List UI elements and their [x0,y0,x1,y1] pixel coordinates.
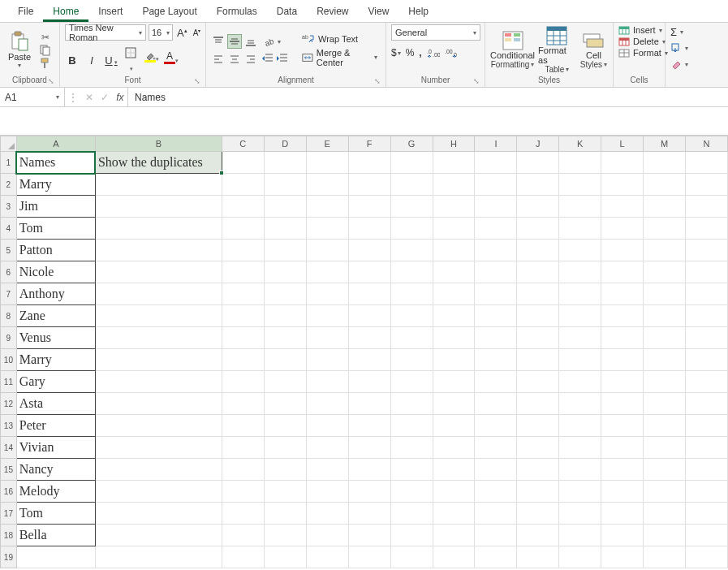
cell-C8[interactable] [222,305,264,327]
cell-A3[interactable]: Jim [16,196,95,218]
cell-N12[interactable] [686,393,728,415]
alignment-dialog-icon[interactable]: ⤡ [374,77,381,85]
cell-A15[interactable]: Nancy [16,459,95,481]
cell-G8[interactable] [390,305,433,327]
cell-J19[interactable] [517,546,559,568]
cell-I1[interactable] [475,152,517,174]
cell-B12[interactable] [95,393,222,415]
cell-F1[interactable] [348,152,390,174]
align-top-icon[interactable] [211,34,226,49]
format-cells-button[interactable]: Format▾ [618,47,668,58]
cell-A6[interactable]: Nicole [16,261,95,283]
column-header-I[interactable]: I [475,136,517,152]
cell-F17[interactable] [348,503,390,525]
border-button[interactable]: ▾ [123,47,138,73]
row-header-8[interactable]: 8 [1,305,17,327]
cell-M11[interactable] [644,371,686,393]
cell-I9[interactable] [475,327,517,349]
cell-F18[interactable] [348,525,390,546]
cell-E17[interactable] [306,503,348,525]
cell-H1[interactable] [433,152,475,174]
cell-E11[interactable] [306,371,348,393]
cell-E3[interactable] [306,196,348,218]
cell-C3[interactable] [222,196,264,218]
cell-G7[interactable] [390,283,433,305]
cell-L14[interactable] [601,437,644,459]
cell-L2[interactable] [601,174,644,196]
cell-G1[interactable] [390,152,433,174]
cell-B11[interactable] [95,371,222,393]
enter-formula-icon[interactable]: ✓ [101,92,109,103]
column-header-F[interactable]: F [348,136,390,152]
copy-icon[interactable] [39,45,52,56]
format-as-table-button[interactable]: Format as Table▾ [538,26,576,74]
spreadsheet-grid[interactable]: ABCDEFGHIJKLMN1NamesShow the duplicates2… [0,136,728,568]
cell-J4[interactable] [517,218,559,240]
cell-H7[interactable] [433,283,475,305]
increase-font-icon[interactable]: A▴ [175,27,189,39]
cell-F8[interactable] [348,305,390,327]
cell-A13[interactable]: Peter [16,415,95,437]
cell-H12[interactable] [433,393,475,415]
cell-B13[interactable] [95,415,222,437]
cell-B5[interactable] [95,240,222,261]
cell-I19[interactable] [475,546,517,568]
cell-K5[interactable] [559,240,601,261]
cell-J17[interactable] [517,503,559,525]
cell-N1[interactable] [686,152,728,174]
column-header-N[interactable]: N [686,136,728,152]
cell-N13[interactable] [686,415,728,437]
cell-H6[interactable] [433,261,475,283]
cell-F14[interactable] [348,437,390,459]
cell-K6[interactable] [559,261,601,283]
cell-B1[interactable]: Show the duplicates [95,152,222,174]
tab-insert[interactable]: Insert [88,1,132,22]
cell-D10[interactable] [264,349,306,371]
cell-N18[interactable] [686,525,728,546]
cell-D8[interactable] [264,305,306,327]
cell-K15[interactable] [559,459,601,481]
align-center-icon[interactable] [227,52,242,67]
cell-D6[interactable] [264,261,306,283]
cell-G14[interactable] [390,437,433,459]
cell-H13[interactable] [433,415,475,437]
row-header-4[interactable]: 4 [1,218,17,240]
cell-D18[interactable] [264,525,306,546]
cell-M14[interactable] [644,437,686,459]
cell-A16[interactable]: Melody [16,481,95,503]
cell-H15[interactable] [433,459,475,481]
cell-G9[interactable] [390,327,433,349]
cell-J11[interactable] [517,371,559,393]
cell-F15[interactable] [348,459,390,481]
conditional-formatting-button[interactable]: Conditional Formatting▾ [490,31,535,69]
column-header-H[interactable]: H [433,136,475,152]
cell-D3[interactable] [264,196,306,218]
cell-E7[interactable] [306,283,348,305]
cell-A8[interactable]: Zane [16,305,95,327]
cell-I5[interactable] [475,240,517,261]
formula-bar[interactable]: Names [128,88,728,106]
cell-M9[interactable] [644,327,686,349]
cell-J15[interactable] [517,459,559,481]
cell-N6[interactable] [686,261,728,283]
cell-B7[interactable] [95,283,222,305]
cell-I17[interactable] [475,503,517,525]
cell-I18[interactable] [475,525,517,546]
cell-F7[interactable] [348,283,390,305]
column-header-K[interactable]: K [559,136,601,152]
cell-K12[interactable] [559,393,601,415]
cell-E15[interactable] [306,459,348,481]
cell-H3[interactable] [433,196,475,218]
column-header-D[interactable]: D [264,136,306,152]
cell-L12[interactable] [601,393,644,415]
cell-D17[interactable] [264,503,306,525]
cell-D2[interactable] [264,174,306,196]
cell-I13[interactable] [475,415,517,437]
cell-B16[interactable] [95,481,222,503]
tab-review[interactable]: Review [307,1,358,22]
cell-B3[interactable] [95,196,222,218]
cell-B2[interactable] [95,174,222,196]
cell-C10[interactable] [222,349,264,371]
cell-J9[interactable] [517,327,559,349]
wrap-text-button[interactable]: abWrap Text [299,32,381,45]
